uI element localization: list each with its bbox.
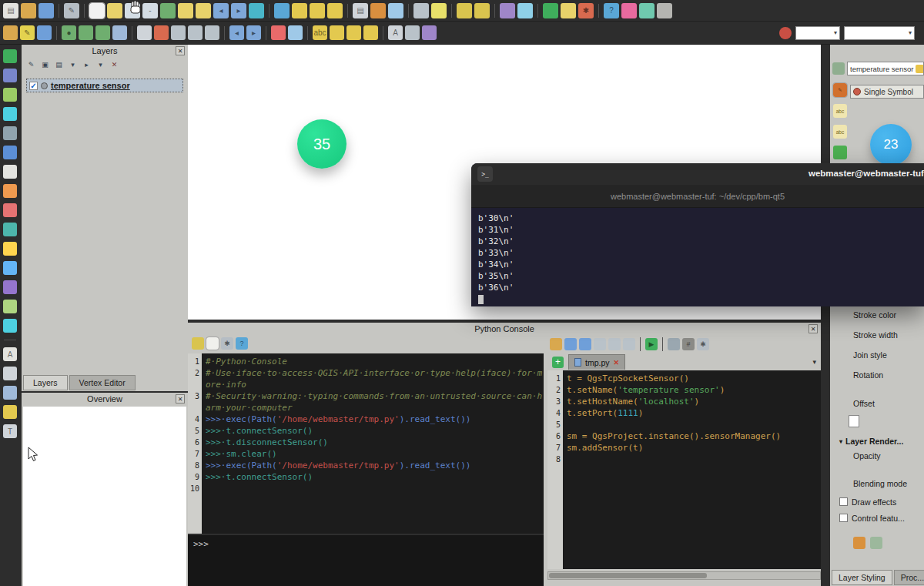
checkbox-box[interactable] <box>839 497 848 506</box>
project-open-icon[interactable] <box>21 3 36 18</box>
labels-icon[interactable]: abc <box>833 104 847 118</box>
label-toolbar-icon[interactable]: abc <box>313 25 327 40</box>
add-spatialite-layer-icon[interactable] <box>3 165 17 179</box>
select-by-expression-icon[interactable] <box>310 3 325 18</box>
help-contents-icon[interactable]: ? <box>604 3 619 18</box>
styling-filter-icon[interactable] <box>832 62 845 75</box>
open-script-icon[interactable] <box>550 338 562 350</box>
statistical-summary-icon[interactable] <box>388 3 403 18</box>
settings-icon[interactable] <box>657 3 672 18</box>
pan-map-icon[interactable] <box>89 3 105 18</box>
deselect-features-icon[interactable] <box>327 3 343 18</box>
add-oracle-layer-icon[interactable] <box>3 203 17 217</box>
scrollbar-thumb[interactable] <box>549 573 707 578</box>
object-inspector-icon[interactable]: # <box>682 338 695 350</box>
clear-console-icon[interactable] <box>192 337 204 350</box>
current-edits-icon[interactable] <box>3 25 18 40</box>
new-map-view-icon[interactable] <box>517 3 533 18</box>
undo-icon[interactable]: ◂ <box>229 25 244 40</box>
save-layer-edits-icon[interactable] <box>37 25 52 40</box>
editor-options-icon[interactable]: ✱ <box>697 338 709 350</box>
cut-icon[interactable] <box>594 338 606 350</box>
add-xyz-layer-icon[interactable] <box>3 242 17 256</box>
temporal-controller-icon[interactable] <box>500 3 515 18</box>
open-layer-styling-icon[interactable]: ✎ <box>26 60 36 70</box>
tab-list-dropdown-icon[interactable]: ▾ <box>812 358 821 366</box>
zoom-last-icon[interactable]: ◂ <box>213 3 229 18</box>
help-icon[interactable]: ? <box>236 337 248 350</box>
digitize-point-icon[interactable]: ● <box>62 25 76 40</box>
zoom-full-icon[interactable] <box>160 3 176 18</box>
add-postgis-layer-icon[interactable] <box>3 146 17 159</box>
svg-annotation-icon[interactable] <box>3 405 17 419</box>
options-icon[interactable]: ✱ <box>221 337 233 350</box>
modify-attributes-icon[interactable] <box>137 25 152 40</box>
layer-selector-dropdown[interactable]: temperature sensor <box>847 62 924 75</box>
callouts-icon[interactable]: abc <box>833 125 847 139</box>
zoom-next-icon[interactable]: ▸ <box>231 3 246 18</box>
annotation-color-icon[interactable] <box>779 27 792 39</box>
layer-item-temperature-sensor[interactable]: ✓ temperature sensor <box>26 79 183 92</box>
overview-map[interactable] <box>23 407 186 586</box>
locator-search-icon[interactable] <box>621 3 637 18</box>
pan-to-selection-icon[interactable] <box>107 3 122 18</box>
redo-icon[interactable]: ▸ <box>246 25 261 40</box>
add-group-icon[interactable]: ▣ <box>40 60 50 70</box>
checkbox-box[interactable] <box>839 514 848 522</box>
console-input[interactable]: >>> <box>188 534 544 586</box>
paste-icon[interactable] <box>623 338 635 350</box>
map-tips-icon[interactable] <box>431 3 447 18</box>
terminal-tab[interactable]: webmaster@webmaster-tuf: ~/dev/cpp/bm-qt… <box>471 185 924 208</box>
processing-toolbox-icon[interactable]: ✱ <box>578 3 594 18</box>
collapse-all-icon[interactable]: ▾ <box>95 60 105 70</box>
vertex-tool-icon[interactable] <box>112 25 127 40</box>
tab-layer-styling[interactable]: Layer Styling <box>832 570 892 585</box>
text-annotation-icon[interactable]: A <box>3 347 17 361</box>
manage-map-themes-icon[interactable]: ▤ <box>54 60 64 70</box>
checkbox-control-featu[interactable]: Control featu... <box>830 510 924 526</box>
diagrams-icon[interactable] <box>833 146 847 159</box>
python-console-close-button[interactable]: ✕ <box>808 324 818 333</box>
layers-panel-close-button[interactable]: ✕ <box>176 46 185 55</box>
offset-input[interactable] <box>849 415 859 427</box>
tab-close-icon[interactable]: ✕ <box>614 359 620 367</box>
terminal-menu-button[interactable]: >_ <box>477 166 493 182</box>
form-annotation-icon[interactable]: T <box>3 424 17 438</box>
new-geopackage-layer-icon[interactable] <box>3 300 17 313</box>
digitize-line-icon[interactable] <box>79 25 93 40</box>
annotation-toolbar-icon[interactable]: A <box>388 25 403 40</box>
expand-all-icon[interactable]: ▸ <box>82 60 92 70</box>
console-output[interactable]: 1#·Python·Console2#·Use·iface·to·access·… <box>188 353 544 534</box>
show-editor-icon[interactable] <box>206 337 219 350</box>
field-calculator-icon[interactable] <box>370 3 386 18</box>
terminal-titlebar[interactable]: >_ webmaster@webmaster-tuf <box>471 163 924 185</box>
remove-layer-icon[interactable]: ✕ <box>109 60 119 70</box>
cut-features-icon[interactable] <box>171 25 186 40</box>
processing-history-icon[interactable] <box>422 25 437 40</box>
add-wfs-layer-icon[interactable] <box>3 261 17 275</box>
select-features-icon[interactable] <box>292 3 307 18</box>
add-mesh-layer-icon[interactable] <box>3 107 17 121</box>
change-label-icon[interactable] <box>363 25 378 40</box>
zoom-to-selection-icon[interactable] <box>178 3 193 18</box>
copy-icon[interactable] <box>608 338 621 350</box>
tab-layers[interactable]: Layers <box>23 375 68 390</box>
symbology-icon[interactable]: ✎ <box>833 83 847 97</box>
measure-angle-icon[interactable] <box>405 25 420 40</box>
style-manager-icon[interactable]: ✎ <box>64 3 79 18</box>
toggle-editing-icon[interactable]: ✎ <box>20 25 35 40</box>
digitize-polygon-icon[interactable] <box>95 25 110 40</box>
run-script-icon[interactable]: ▶ <box>645 338 658 350</box>
live-update-button[interactable] <box>853 537 865 549</box>
save-script-icon[interactable] <box>564 338 577 350</box>
zoom-in-icon[interactable]: + <box>125 3 140 18</box>
overview-panel-close-button[interactable]: ✕ <box>176 394 185 404</box>
data-source-manager-icon[interactable] <box>3 49 17 63</box>
editor-tab-tmp-py[interactable]: tmp.py ✕ <box>568 354 625 370</box>
zoom-out-icon[interactable]: - <box>142 3 158 18</box>
project-save-icon[interactable] <box>38 3 54 18</box>
find-text-icon[interactable] <box>668 338 680 350</box>
delete-selected-icon[interactable] <box>154 25 169 40</box>
add-delimited-text-icon[interactable] <box>3 126 17 140</box>
topology-checker-icon[interactable] <box>288 25 303 40</box>
